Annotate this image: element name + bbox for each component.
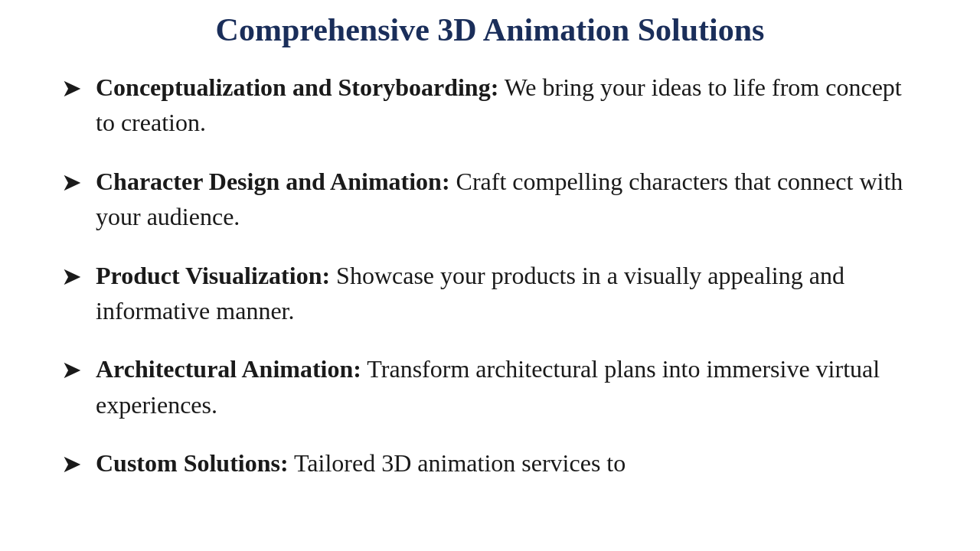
bullet-text-3: Product Visualization: Showcase your pro… bbox=[96, 258, 919, 329]
bullet-text-4: Architectural Animation: Transform archi… bbox=[96, 351, 919, 422]
list-item-5: ➤Custom Solutions: Tailored 3D animation… bbox=[61, 445, 919, 481]
bullet-arrow-icon-5: ➤ bbox=[61, 446, 82, 481]
page-title: Comprehensive 3D Animation Solutions bbox=[61, 8, 919, 48]
list-item-2: ➤Character Design and Animation: Craft c… bbox=[61, 164, 919, 235]
list-item-4: ➤Architectural Animation: Transform arch… bbox=[61, 351, 919, 422]
bullet-arrow-icon-2: ➤ bbox=[61, 165, 82, 200]
bullet-arrow-icon-4: ➤ bbox=[61, 352, 82, 387]
list-item-1: ➤Conceptualization and Storyboarding: We… bbox=[61, 70, 919, 141]
bullet-arrow-icon-1: ➤ bbox=[61, 70, 82, 106]
bullet-text-2: Character Design and Animation: Craft co… bbox=[96, 164, 919, 235]
bullet-text-1: Conceptualization and Storyboarding: We … bbox=[96, 70, 919, 141]
bullet-list: ➤Conceptualization and Storyboarding: We… bbox=[61, 70, 919, 482]
list-item-3: ➤Product Visualization: Showcase your pr… bbox=[61, 258, 919, 329]
bullet-text-5: Custom Solutions: Tailored 3D animation … bbox=[96, 445, 626, 481]
bullet-arrow-icon-3: ➤ bbox=[61, 259, 82, 294]
